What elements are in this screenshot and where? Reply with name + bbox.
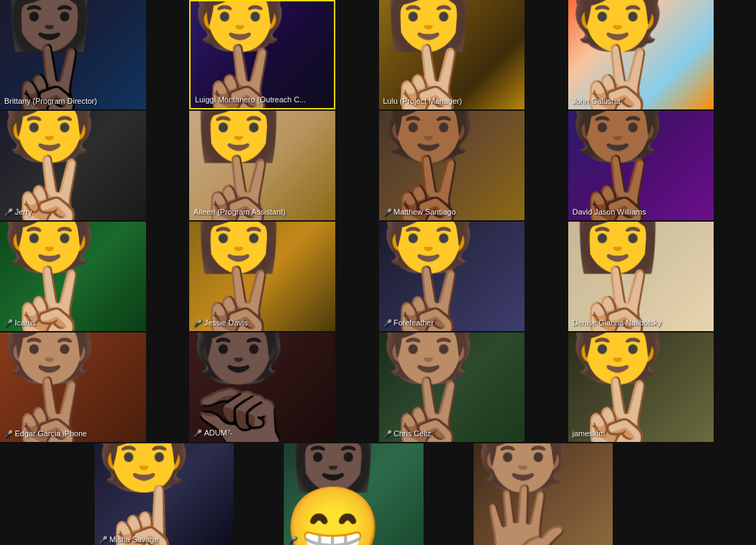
- name-misha: 🎤 Misha Savage: [99, 535, 159, 544]
- video-brittany: 👩🏿✌🏿: [0, 0, 146, 109]
- video-adum: 🧑🏿🤏🏿: [189, 333, 335, 442]
- video-cell-matthew: 🧑🏾✌🏾 🎤 Matthew Santiago: [379, 111, 525, 220]
- video-misha: 🧑☝🏼: [95, 443, 234, 545]
- name-text-edgar: Edgar Garcia iPhone: [15, 429, 87, 438]
- name-david: David Jason Williams: [572, 208, 647, 216]
- video-cell-aileen: 👩✌🏽 Aileen (Program Assistant): [189, 111, 335, 220]
- name-text-jessie: Jessie Davis: [204, 318, 248, 327]
- video-chris: 🧑🏽✌🏽: [379, 333, 525, 442]
- video-cell-unknown: 👩🏿😁 🎤: [284, 443, 423, 545]
- mic-muted-edgar: 🎤: [4, 430, 13, 438]
- name-text-david: David Jason Williams: [572, 208, 647, 216]
- name-text-jerry: Jerry: [15, 208, 32, 216]
- name-forefeather: 🎤 Forefeather: [383, 318, 434, 327]
- video-edgar: 🧑🏽✌🏽: [0, 333, 146, 442]
- video-jessie: 👩✌🏽: [189, 222, 335, 331]
- mic-muted-unknown: 🎤: [288, 536, 296, 544]
- name-adum: 🎤 ADUM⁷-: [193, 429, 232, 438]
- video-forefeather: 🧑✌🏽: [379, 222, 525, 331]
- video-unknown: 👩🏿😁: [284, 443, 423, 545]
- name-text-jameskim: jameskim: [572, 429, 605, 438]
- name-chris: 🎤 Chris Celiz: [383, 429, 431, 438]
- mic-muted-misha: 🎤: [99, 536, 107, 544]
- name-denise: Denise Gianna Nalibotsky: [572, 318, 662, 327]
- mic-muted-forefeather: 🎤: [383, 319, 392, 327]
- video-cell-brittany: 👩🏿✌🏿 Brittany (Program Director): [0, 0, 146, 109]
- name-text-adum: ADUM⁷-: [204, 429, 232, 438]
- video-cell-unknown2: 🧑🏽🖐🏽: [474, 443, 613, 545]
- mic-muted-chris: 🎤: [383, 430, 392, 438]
- video-cell-jessie: 👩✌🏽 🎤 Jessie Davis: [189, 222, 335, 331]
- name-luiggi: Luiggi Montanero (Outreach C...: [195, 95, 306, 104]
- video-icarus: 🧑✌🏼: [0, 222, 146, 331]
- name-text-icarus: Icarus: [15, 318, 36, 327]
- name-text-lulu: Lulu (Project Manager): [383, 97, 462, 105]
- name-text-misha: Misha Savage: [109, 535, 159, 544]
- video-cell-misha: 🧑☝🏼 🎤 Misha Savage: [95, 443, 234, 545]
- name-matthew: 🎤 Matthew Santiago: [383, 208, 456, 216]
- name-text-matthew: Matthew Santiago: [394, 208, 456, 216]
- name-text-denise: Denise Gianna Nalibotsky: [572, 318, 662, 327]
- video-cell-john: 🧑✌🏼 John Galusha: [568, 0, 714, 109]
- video-matthew: 🧑🏾✌🏾: [379, 111, 525, 220]
- video-cell-lulu: 👩✌🏼 Lulu (Project Manager): [379, 0, 525, 109]
- mic-muted-jerry: 🎤: [4, 208, 13, 216]
- video-cell-chris: 🧑🏽✌🏽 🎤 Chris Celiz: [379, 333, 525, 442]
- mic-muted-jessie: 🎤: [193, 319, 202, 327]
- video-cell-forefeather: 🧑✌🏽 🎤 Forefeather: [379, 222, 525, 331]
- video-denise: 👩✌🏼: [568, 222, 714, 331]
- mic-muted-matthew: 🎤: [383, 208, 392, 216]
- name-john: John Galusha: [572, 97, 620, 105]
- video-cell-jameskim: 🧑✌🏼 jameskim: [568, 333, 714, 442]
- video-lulu: 👩✌🏼: [379, 0, 525, 109]
- video-cell-david: 🧑🏾✌🏾 David Jason Williams: [568, 111, 714, 220]
- mic-muted-adum: 🎤: [193, 429, 202, 437]
- name-jessie: 🎤 Jessie Davis: [193, 318, 248, 327]
- name-text-brittany: Brittany (Program Director): [4, 97, 97, 105]
- name-brittany: Brittany (Program Director): [4, 97, 97, 105]
- video-unknown2: 🧑🏽🖐🏽: [474, 443, 613, 545]
- name-jerry: 🎤 Jerry: [4, 208, 32, 216]
- video-luiggi: 🧑✌🏽: [191, 1, 334, 108]
- name-icarus: 🎤 Icarus: [4, 318, 36, 327]
- video-aileen: 👩✌🏽: [189, 111, 335, 220]
- name-text-luiggi: Luiggi Montanero (Outreach C...: [195, 95, 306, 104]
- video-cell-jerry: 🧑✌🏼 🎤 Jerry: [0, 111, 146, 220]
- name-text-forefeather: Forefeather: [394, 318, 434, 327]
- name-text-aileen: Aileen (Program Assistant): [193, 208, 285, 216]
- video-cell-denise: 👩✌🏼 Denise Gianna Nalibotsky: [568, 222, 714, 331]
- name-aileen: Aileen (Program Assistant): [193, 208, 285, 216]
- video-david: 🧑🏾✌🏾: [568, 111, 714, 220]
- video-jameskim: 🧑✌🏼: [568, 333, 714, 442]
- video-john: 🧑✌🏼: [568, 0, 714, 109]
- name-jameskim: jameskim: [572, 429, 605, 438]
- video-cell-luiggi: 🧑✌🏽 Luiggi Montanero (Outreach C...: [189, 0, 335, 109]
- name-edgar: 🎤 Edgar Garcia iPhone: [4, 429, 87, 438]
- video-jerry: 🧑✌🏼: [0, 111, 146, 220]
- name-unknown: 🎤: [288, 536, 296, 544]
- video-cell-adum: 🧑🏿🤏🏿 🎤 ADUM⁷-: [189, 333, 335, 442]
- name-lulu: Lulu (Project Manager): [383, 97, 462, 105]
- name-text-chris: Chris Celiz: [394, 429, 431, 438]
- video-cell-edgar: 🧑🏽✌🏽 🎤 Edgar Garcia iPhone: [0, 333, 146, 442]
- video-cell-icarus: 🧑✌🏼 🎤 Icarus: [0, 222, 146, 331]
- name-text-john: John Galusha: [572, 97, 620, 105]
- mic-muted-icarus: 🎤: [4, 319, 13, 327]
